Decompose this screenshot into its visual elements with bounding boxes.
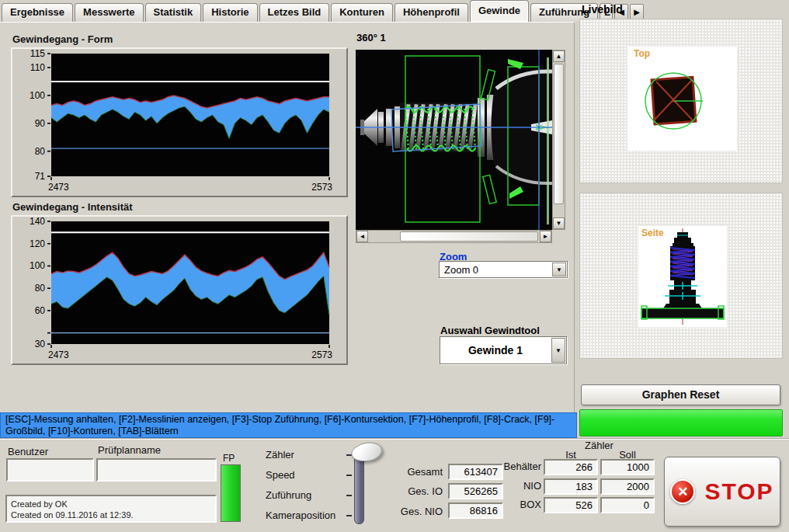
tab-hoehenprofil[interactable]: Höhenprofil [394,3,468,22]
status-bar-text: [ESC]-Messung anhalten, [F2]-Messlinien … [5,414,554,436]
svg-text:80: 80 [35,146,46,157]
vertical-scroll-thumb[interactable] [554,64,564,204]
viewer-360-label: 360° 1 [356,32,386,43]
machine-status-indicator [579,409,783,436]
scroll-down-icon[interactable]: ▼ [553,217,565,229]
benutzer-label: Benutzer [8,446,48,457]
slider-tick [346,475,352,476]
slider-tick [346,495,352,496]
row-label-box: BOX [489,499,541,510]
svg-text:120: 120 [30,238,45,249]
chart-gewindegang-intensitaet: 14012010080603024732573 [11,215,348,365]
screw-head-top-view [627,47,737,151]
livebild-top-panel: Top [579,19,783,183]
svg-text:140: 140 [30,217,45,227]
tab-gewinde[interactable]: Gewinde [470,0,529,22]
status-bar: [ESC]-Messung anhalten, [F2]-Messlinien … [0,412,577,438]
chart-gewindegang-form: 11511010090807124732573 [11,47,348,197]
scroll-left-icon[interactable]: ◄ [356,231,368,242]
behaelter-soll-input[interactable]: 1000 [600,459,655,475]
box-soll-input[interactable]: 0 [600,497,655,513]
nio-ist-value: 183 [544,478,598,495]
pruefplanname-label: Prüfplanname [98,444,161,456]
slider-label-kameraposition: Kameraposition [266,509,335,521]
ges-nio-label: Ges. NIO [365,506,443,517]
row-label-nio: NIO [489,480,541,492]
svg-text:100: 100 [30,90,45,101]
scroll-up-icon[interactable]: ▲ [553,50,565,62]
stop-button-label: STOP [704,478,773,505]
created-by-line: Created by OK [11,499,211,509]
screw-thread-photo [356,50,552,230]
benutzer-input[interactable] [6,458,94,482]
row-label-behaelter: Behälter [489,461,541,472]
chart-form-title: Gewindegang - Form [12,33,113,45]
tab-messwerte[interactable]: Messwerte [75,3,143,22]
behaelter-ist-value: 266 [544,459,598,475]
livebild-side-panel: Seite [579,193,783,359]
live-image-side: Seite [638,226,727,327]
svg-text:2573: 2573 [311,182,332,193]
svg-text:115: 115 [30,49,45,59]
live-image-top: Top [627,47,737,151]
svg-text:110: 110 [30,62,45,73]
svg-text:2573: 2573 [311,349,332,360]
svg-text:60: 60 [35,305,46,316]
thread-360-image [356,50,552,230]
gewindtool-dropdown[interactable]: Gewinde 1 ▼ [440,336,567,364]
svg-text:80: 80 [35,283,46,294]
horizontal-scroll-thumb[interactable] [400,231,538,242]
box-ist-value: 526 [544,497,598,513]
side-view-tag: Seite [641,228,664,238]
ges-io-label: Ges. IO [365,485,443,497]
fp-indicator [221,464,241,522]
stop-button[interactable]: ✕ STOP [664,457,780,527]
created-info-box: Created by OK Created on 09.11.2016 at 1… [5,495,217,523]
svg-text:71: 71 [35,171,46,182]
graphen-reset-button[interactable]: Graphen Reset [581,384,780,405]
livebild-title: Livebild [582,3,623,16]
viewer-horizontal-scrollbar[interactable]: ◄ ► [356,230,552,243]
gesamt-label: Gesamt [365,466,443,478]
slider-tick [346,515,352,516]
tab-ergebnisse[interactable]: Ergebnisse [2,3,73,22]
tab-historie[interactable]: Historie [203,3,257,22]
stop-x-icon: ✕ [670,479,695,504]
chevron-down-icon[interactable]: ▼ [552,263,566,276]
svg-text:100: 100 [30,260,45,271]
svg-text:30: 30 [35,339,46,349]
slider-label-zaehler: Zähler [266,449,294,461]
chevron-down-icon[interactable]: ▼ [551,338,565,363]
tab-letzes-bild[interactable]: Letzes Bild [259,3,330,22]
slider-label-speed: Speed [266,469,295,481]
created-on-line: Created on 09.11.2016 at 12:39. [11,509,211,520]
svg-text:90: 90 [35,118,46,129]
zoom-dropdown-value: Zoom 0 [444,264,478,276]
top-view-tag: Top [634,48,650,59]
zoom-dropdown[interactable]: Zoom 0 ▼ [439,261,568,278]
gewindtool-dropdown-value: Gewinde 1 [440,344,551,356]
scroll-right-icon[interactable]: ► [540,231,551,242]
svg-text:2473: 2473 [48,182,69,193]
chart-intensitaet-title: Gewindegang - Intensität [12,201,133,213]
pruefplanname-input[interactable] [96,458,217,482]
viewer-vertical-scrollbar[interactable]: ▲ ▼ [552,50,565,230]
gewindtool-label: Auswahl Gewindtool [440,325,540,336]
svg-text:2473: 2473 [48,349,69,360]
tab-konturen[interactable]: Konturen [331,3,393,22]
screw-side-view [638,226,727,327]
nio-soll-input[interactable]: 2000 [600,478,655,495]
tab-statistik[interactable]: Statistik [145,3,202,22]
gewinde-tab-page: Gewindegang - Form 115110100908071247325… [0,22,575,412]
gewinde-inspection-window: Ergebnisse Messwerte Statistik Historie … [0,0,789,532]
slider-label-zufuehrung: Zuführung [266,489,311,501]
fp-label: FP [223,453,235,464]
